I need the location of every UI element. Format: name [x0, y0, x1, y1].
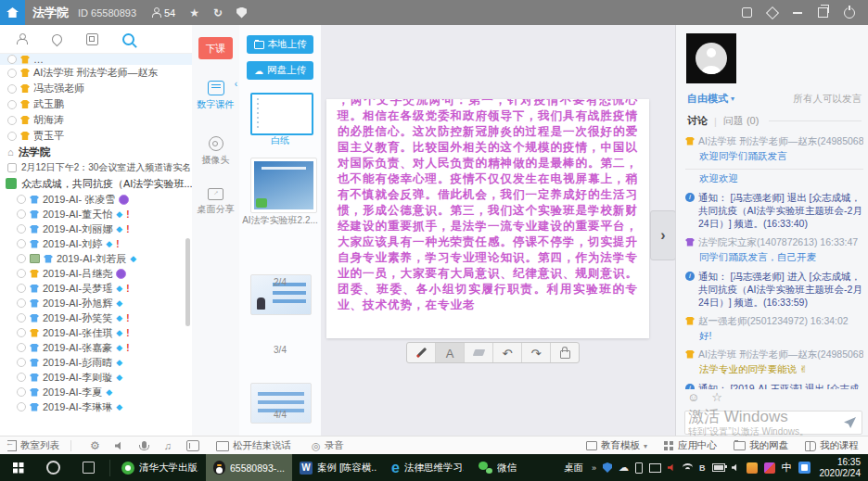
app-center-button[interactable]: 应用中心 [664, 439, 717, 452]
tool-courseware[interactable]: 数字课件 [192, 81, 239, 111]
taskbar-clock[interactable]: 16:35 2020/2/24 [820, 457, 862, 479]
chat-input[interactable] [684, 411, 862, 435]
battery-icon[interactable] [712, 463, 725, 472]
radio[interactable] [7, 116, 17, 125]
next-page-button[interactable]: › [650, 210, 676, 260]
radio[interactable] [17, 313, 26, 323]
location-tab-icon[interactable] [50, 32, 65, 46]
chevron-down-icon[interactable] [731, 95, 734, 103]
favorite-icon[interactable] [189, 6, 199, 19]
classroom-list-button[interactable]: 教室列表 [7, 439, 59, 452]
taskbar-app-wechat[interactable]: 微信 [471, 454, 524, 481]
tab-discussion[interactable]: 讨论 [687, 114, 708, 128]
settings-gear-icon[interactable] [90, 439, 100, 452]
local-upload-button[interactable]: 本地上传 [247, 35, 313, 54]
member-row[interactable]: 2019-AI-张嘉豪 [0, 340, 192, 355]
search-icon[interactable] [122, 33, 134, 45]
tray-expand-icon[interactable] [592, 463, 596, 473]
app-tray-icon[interactable] [747, 462, 758, 474]
slide-thumbnail[interactable] [250, 158, 317, 213]
member-row[interactable]: 2019-AI-吴梦瑶 [0, 281, 192, 296]
radio[interactable] [7, 84, 17, 94]
chat-messages[interactable]: AI法学班 刑法学老师—赵东(2498506844 欢迎同学们踊跃发言 欢迎欢迎… [685, 129, 863, 389]
volume-icon[interactable] [732, 463, 740, 472]
cloud-tray-icon[interactable] [619, 462, 629, 474]
notice-row[interactable]: 2月12日下午2：30会议室进入频道请实名 [0, 160, 192, 175]
channel-row[interactable]: 众志成城，共同抗疫（AI法学实验班... (44) [0, 175, 192, 192]
maximize-button[interactable] [818, 7, 828, 18]
speak-mode-select[interactable]: 自由模式 [687, 92, 728, 106]
thumbnail-label[interactable]: 白纸 [239, 134, 321, 147]
education-template-button[interactable]: 教育模板 [586, 439, 647, 452]
member-row[interactable]: 武玉鹏 [0, 96, 192, 112]
minimize-button[interactable] [793, 12, 802, 14]
slide-thumbnail-blank[interactable] [250, 93, 313, 135]
radio[interactable] [17, 402, 26, 411]
radio[interactable] [17, 387, 26, 397]
member-row[interactable]: 2019-AI- 张凌雪 [0, 192, 192, 207]
member-row[interactable]: 2019-AI-孙旭辉 [0, 296, 192, 310]
text-tool-button[interactable] [436, 343, 465, 362]
task-view-button[interactable] [70, 454, 106, 481]
group-header[interactable]: 法学院 [0, 144, 192, 160]
whiteboard-page[interactable]: ，两个文字交流两句：第一，针对疫情不要有恐慌心理。相信在各级党委和政府领导下，我… [326, 99, 649, 338]
dismiss-class-button[interactable]: 下课 [198, 37, 233, 59]
wifi-icon[interactable] [683, 463, 693, 472]
favorite-sticker-icon[interactable] [711, 390, 722, 404]
member-row[interactable]: 2019-AI-彭雨晴 [0, 355, 192, 370]
member-row[interactable]: 2019-AI-刘婷 [0, 236, 192, 251]
member-row[interactable]: 2019-AI-刘若辰 [0, 251, 192, 266]
desktop-toolbar[interactable]: 桌面 [564, 462, 583, 475]
home-button[interactable] [0, 0, 25, 25]
undo-button[interactable] [493, 343, 522, 362]
music-icon[interactable] [164, 440, 172, 451]
security-shield-icon[interactable] [236, 7, 247, 19]
member-row[interactable]: 2019-AI-李则璇 [0, 370, 192, 385]
radio[interactable] [7, 100, 17, 109]
push-to-talk-button[interactable]: 松开结束说话 [216, 439, 291, 452]
member-row[interactable]: 2019-AI-刘丽娜 [0, 222, 192, 236]
emoji-picker-icon[interactable] [687, 390, 699, 404]
pen-tool-button[interactable] [407, 343, 436, 362]
member-row[interactable]: 胡海涛 [0, 112, 192, 128]
microphone-icon[interactable] [142, 441, 147, 449]
radio[interactable] [7, 132, 17, 141]
member-row[interactable]: 2019-AI-张佳琪 [0, 325, 192, 340]
power-close-button[interactable] [844, 7, 855, 19]
theme-icon[interactable] [766, 6, 779, 19]
member-row[interactable]: 2019-AI-董天怡 [0, 207, 192, 222]
layout-icon[interactable] [742, 7, 752, 18]
app-tray-icon[interactable] [764, 462, 775, 474]
tool-screen-share[interactable]: 桌面分享 [192, 188, 239, 216]
radio[interactable] [7, 69, 17, 78]
member-row[interactable]: … [0, 54, 192, 65]
member-row[interactable]: 冯志强老师 [0, 81, 192, 96]
radio[interactable] [17, 239, 26, 248]
phone-tray-icon[interactable] [635, 462, 643, 474]
radio[interactable] [17, 195, 26, 204]
thumbnail-label[interactable]: AI法学实验班2.2... [239, 214, 321, 227]
scan-tab-icon[interactable] [86, 33, 98, 45]
taskbar-app-press[interactable]: 清华大学出版... [114, 454, 206, 481]
lock-button[interactable] [551, 343, 579, 362]
radio[interactable] [17, 224, 26, 234]
start-button[interactable] [0, 454, 35, 481]
record-button[interactable]: 录音 [312, 439, 344, 452]
radio[interactable] [17, 358, 26, 367]
taskbar-app-word[interactable]: 案例 [陈容横... [292, 454, 384, 481]
taskbar-app-edge[interactable]: 法律思维学习... [384, 454, 471, 481]
refresh-icon[interactable] [213, 6, 223, 19]
muted-audio-icon[interactable] [668, 463, 676, 472]
radio[interactable] [7, 55, 17, 64]
security-tray-icon[interactable] [603, 462, 612, 473]
tab-question[interactable]: 问题 (0) [723, 114, 760, 128]
send-icon[interactable] [844, 417, 856, 428]
net-upload-button[interactable]: 网盘上传 [247, 61, 313, 80]
member-row[interactable]: AI法学班 刑法学老师—赵东 [0, 65, 192, 81]
speaker-icon[interactable] [115, 441, 124, 450]
tool-camera[interactable]: 摄像头 [192, 136, 239, 167]
radio[interactable] [17, 298, 26, 308]
taskbar-app-classroom[interactable]: 65580893-... [206, 454, 292, 481]
scrollbar[interactable] [185, 238, 190, 326]
radio[interactable] [17, 343, 26, 352]
